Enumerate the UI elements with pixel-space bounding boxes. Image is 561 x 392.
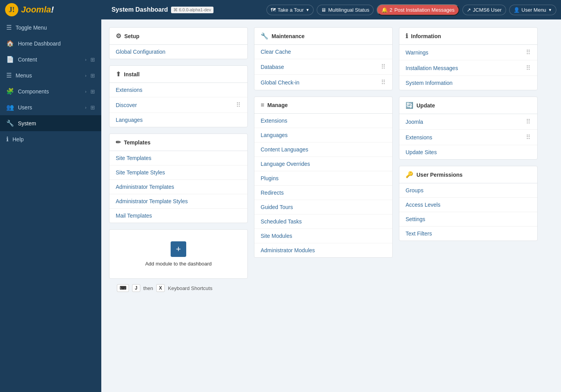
multilingual-status-button[interactable]: 🖥 Multilingual Status: [317, 5, 374, 15]
scheduled-tasks-link[interactable]: Scheduled Tasks: [254, 214, 392, 229]
update-title: Update: [416, 102, 435, 109]
components-icon: 🧩: [6, 88, 14, 95]
logo[interactable]: J! Joomla!: [5, 3, 54, 17]
information-panel: ℹ Information Warnings ⠿ Installation Me…: [399, 27, 538, 90]
extensions-update-link[interactable]: Extensions ⠿: [399, 130, 537, 145]
sidebar-item-label: Components: [18, 88, 81, 95]
joomla-update-link[interactable]: Joomla ⠿: [399, 114, 537, 130]
take-a-tour-button[interactable]: 🗺 Take a Tour ▼: [266, 5, 314, 15]
languages-manage-link[interactable]: Languages: [254, 128, 392, 142]
content-grid-icon: ⊞: [90, 56, 95, 63]
users-icon: 👥: [6, 104, 14, 111]
clear-cache-link[interactable]: Clear Cache: [254, 45, 392, 59]
install-title: Install: [124, 71, 139, 77]
guided-tours-link[interactable]: Guided Tours: [254, 200, 392, 214]
jcms6-user-button[interactable]: ↗ JCMS6 User: [462, 5, 506, 15]
global-checkin-link[interactable]: Global Check-in ⠿: [254, 75, 392, 90]
user-permissions-panel-header: 🔑 User Permissions: [399, 166, 537, 183]
install-icon: ⬆: [116, 70, 121, 78]
users-grid-icon: ⊞: [90, 104, 95, 111]
administrator-templates-link[interactable]: Administrator Templates: [109, 180, 247, 194]
sidebar-item-menus[interactable]: ☰ Menus › ⊞: [0, 67, 101, 83]
update-panel-header: 🔄 Update: [399, 97, 537, 114]
extensions-install-link[interactable]: Extensions: [109, 83, 247, 97]
sidebar-item-label: Users: [18, 104, 81, 111]
groups-link[interactable]: Groups: [399, 183, 537, 198]
update-icon: 🔄: [406, 102, 413, 109]
site-modules-link[interactable]: Site Modules: [254, 229, 392, 243]
sidebar-item-label: Home Dashboard: [18, 40, 95, 47]
text-filters-link[interactable]: Text Filters: [399, 227, 537, 241]
user-permissions-icon: 🔑: [406, 171, 413, 178]
system-information-link[interactable]: System Information: [399, 76, 537, 90]
sidebar-item-label: Toggle Menu: [16, 25, 95, 31]
add-module-box[interactable]: + Add module to the dashboard: [109, 229, 248, 279]
site-templates-link[interactable]: Site Templates: [109, 151, 247, 165]
svg-text:J!: J!: [9, 6, 15, 14]
warnings-link[interactable]: Warnings ⠿: [399, 45, 537, 60]
information-panel-header: ℹ Information: [399, 28, 537, 45]
discover-dots-icon: ⠿: [236, 101, 241, 109]
sidebar-item-components[interactable]: 🧩 Components › ⊞: [0, 83, 101, 99]
main-content: ⚙ Setup Global Configuration ⬆ Install E…: [101, 19, 561, 392]
logo-text: Joomla!: [21, 5, 54, 15]
extensions-update-dots-icon: ⠿: [526, 134, 531, 141]
extensions-manage-link[interactable]: Extensions: [254, 114, 392, 128]
post-installation-messages-button[interactable]: 🔔 2 Post Installation Messages: [377, 4, 459, 16]
joomla-update-dots-icon: ⠿: [526, 118, 531, 125]
sidebar-item-users[interactable]: 👥 Users › ⊞: [0, 99, 101, 115]
sidebar-item-label: Content: [18, 56, 81, 63]
notification-bell-icon: 🔔: [381, 7, 388, 13]
content-icon: 📄: [6, 56, 14, 63]
user-avatar-icon: 👤: [513, 7, 520, 13]
add-module-icon: +: [171, 241, 186, 257]
sidebar-item-content[interactable]: 📄 Content › ⊞: [0, 51, 101, 67]
settings-link[interactable]: Settings: [399, 212, 537, 227]
column-2: 🔧 Maintenance Clear Cache Database ⠿ Glo…: [254, 27, 393, 279]
discover-link[interactable]: Discover ⠿: [109, 97, 247, 113]
access-levels-link[interactable]: Access Levels: [399, 198, 537, 212]
sidebar: ☰ Toggle Menu 🏠 Home Dashboard 📄 Content…: [0, 19, 101, 392]
maintenance-panel: 🔧 Maintenance Clear Cache Database ⠿ Glo…: [254, 27, 393, 90]
maintenance-icon: 🔧: [261, 32, 268, 40]
administrator-modules-link[interactable]: Administrator Modules: [254, 243, 392, 257]
sidebar-item-system[interactable]: 🔧 System: [0, 115, 101, 131]
page-title: System Dashboard: [111, 6, 168, 13]
mail-templates-link[interactable]: Mail Templates: [109, 209, 247, 223]
languages-install-link[interactable]: Languages: [109, 113, 247, 127]
content-languages-link[interactable]: Content Languages: [254, 142, 392, 157]
sidebar-item-help[interactable]: ℹ Help: [0, 131, 101, 147]
top-navigation: J! Joomla! System Dashboard ⌘ 6.0.0-alph…: [0, 0, 561, 19]
installation-messages-link[interactable]: Installation Messages ⠿: [399, 60, 537, 76]
keyboard-icon: ⌨: [117, 284, 129, 292]
administrator-template-styles-link[interactable]: Administrator Template Styles: [109, 194, 247, 209]
global-configuration-link[interactable]: Global Configuration: [109, 45, 247, 59]
tour-icon: 🗺: [271, 7, 276, 13]
database-link[interactable]: Database ⠿: [254, 59, 392, 75]
maintenance-panel-header: 🔧 Maintenance: [254, 28, 392, 45]
site-template-styles-link[interactable]: Site Template Styles: [109, 165, 247, 180]
redirects-link[interactable]: Redirects: [254, 186, 392, 200]
users-arrow-icon: ›: [85, 105, 86, 110]
notification-count: 2: [390, 7, 392, 13]
sidebar-item-label: Help: [12, 136, 95, 142]
sidebar-item-toggle[interactable]: ☰ Toggle Menu: [0, 19, 101, 35]
shortcut-key-j: J: [132, 284, 140, 292]
language-overrides-link[interactable]: Language Overrides: [254, 157, 392, 171]
sidebar-item-home[interactable]: 🏠 Home Dashboard: [0, 35, 101, 51]
shortcuts-bar: ⌨ J then X Keyboard Shortcuts: [109, 279, 553, 297]
setup-icon: ⚙: [116, 32, 121, 40]
update-sites-link[interactable]: Update Sites: [399, 145, 537, 159]
components-grid-icon: ⊞: [90, 88, 95, 95]
manage-panel: ≡ Manage Extensions Languages Content La…: [254, 97, 393, 258]
plugins-link[interactable]: Plugins: [254, 171, 392, 186]
manage-icon: ≡: [261, 102, 264, 109]
app-body: ☰ Toggle Menu 🏠 Home Dashboard 📄 Content…: [0, 19, 561, 392]
setup-panel-header: ⚙ Setup: [109, 28, 247, 45]
templates-icon: ✏: [116, 139, 121, 146]
content-arrow-icon: ›: [85, 57, 86, 62]
dashboard-grid: ⚙ Setup Global Configuration ⬆ Install E…: [109, 27, 538, 279]
update-panel: 🔄 Update Joomla ⠿ Extensions ⠿ Update Si…: [399, 97, 538, 160]
user-menu-button[interactable]: 👤 User Menu ▼: [509, 5, 556, 15]
setup-panel: ⚙ Setup Global Configuration: [109, 27, 248, 59]
